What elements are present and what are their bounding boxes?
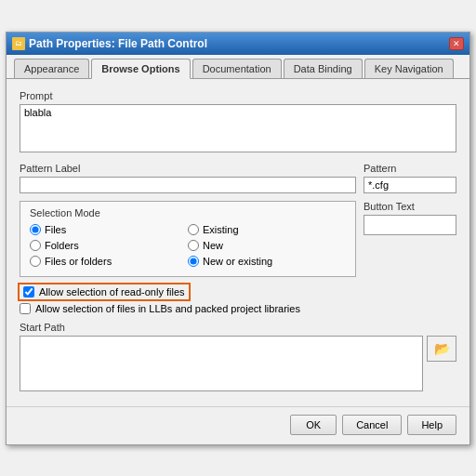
pattern-label-label: Pattern Label — [20, 163, 356, 174]
help-button[interactable]: Help — [407, 415, 456, 435]
close-button[interactable]: ✕ — [449, 37, 464, 50]
tab-documentation[interactable]: Documentation — [192, 59, 282, 78]
tab-browse-options[interactable]: Browse Options — [91, 59, 190, 79]
bottom-buttons: OK Cancel Help — [7, 406, 469, 444]
selection-mode-title: Selection Mode — [30, 207, 346, 218]
start-path-input[interactable] — [20, 336, 423, 391]
radio-existing-label: Existing — [203, 224, 239, 235]
radio-new-or-existing-label: New or existing — [203, 256, 272, 267]
radio-files-label: Files — [45, 224, 66, 235]
radio-col-left: Files Folders Files or folders — [30, 224, 188, 267]
pattern-label-input[interactable] — [20, 177, 356, 193]
content-area: Prompt blabla Pattern Label Pattern Sele… — [7, 79, 469, 401]
radio-row: Files Folders Files or folders — [30, 224, 346, 267]
radio-new-label: New — [203, 240, 223, 251]
checkbox-llbs[interactable]: Allow selection of files in LLBs and pac… — [20, 303, 456, 314]
checkbox-readonly-files[interactable]: Allow selection of read-only files — [20, 284, 189, 299]
window-icon: 🗂 — [12, 37, 25, 50]
pattern-group: Pattern — [364, 163, 456, 193]
main-window: 🗂 Path Properties: File Path Control ✕ A… — [6, 32, 470, 445]
button-text-box: Button Text — [364, 201, 456, 277]
radio-existing-input[interactable] — [188, 224, 199, 235]
selection-button-row: Selection Mode Files Folders — [20, 201, 456, 277]
pattern-label-text: Pattern — [364, 163, 456, 174]
radio-files-or-folders-input[interactable] — [30, 256, 41, 267]
tab-data-binding[interactable]: Data Binding — [284, 59, 363, 78]
radio-folders-input[interactable] — [30, 240, 41, 251]
checkbox-llbs-label: Allow selection of files in LLBs and pac… — [35, 303, 300, 314]
title-bar-left: 🗂 Path Properties: File Path Control — [12, 37, 207, 50]
start-path-label: Start Path — [20, 322, 456, 333]
folder-icon: 📂 — [434, 341, 450, 356]
selection-mode-box: Selection Mode Files Folders — [20, 201, 356, 277]
pattern-label-group: Pattern Label — [20, 163, 356, 193]
pattern-input[interactable] — [364, 177, 456, 193]
radio-new-or-existing-input[interactable] — [188, 256, 199, 267]
checkbox-readonly-files-input[interactable] — [23, 286, 34, 298]
ok-button[interactable]: OK — [290, 415, 337, 435]
pattern-row: Pattern Label Pattern — [20, 163, 456, 193]
radio-new-or-existing[interactable]: New or existing — [188, 256, 346, 267]
radio-files-input[interactable] — [30, 224, 41, 235]
radio-existing[interactable]: Existing — [188, 224, 346, 235]
radio-col-right: Existing New New or existing — [188, 224, 346, 267]
title-controls: ✕ — [449, 37, 464, 50]
folder-browse-button[interactable]: 📂 — [427, 336, 456, 362]
tab-key-navigation[interactable]: Key Navigation — [364, 59, 454, 78]
radio-new[interactable]: New — [188, 240, 346, 251]
prompt-input[interactable]: blabla — [20, 104, 456, 152]
checkbox-readonly-files-label: Allow selection of read-only files — [39, 286, 185, 298]
checkbox-llbs-input[interactable] — [20, 303, 31, 314]
radio-files-or-folders[interactable]: Files or folders — [30, 256, 188, 267]
button-text-input[interactable] — [364, 215, 456, 235]
start-path-section: Start Path 📂 — [20, 322, 456, 391]
prompt-label: Prompt — [20, 90, 456, 101]
start-path-row: 📂 — [20, 336, 456, 391]
button-text-label: Button Text — [364, 201, 456, 212]
radio-folders[interactable]: Folders — [30, 240, 188, 251]
radio-files-or-folders-label: Files or folders — [45, 256, 112, 267]
radio-folders-label: Folders — [45, 240, 79, 251]
radio-files[interactable]: Files — [30, 224, 188, 235]
radio-new-input[interactable] — [188, 240, 199, 251]
window-title: Path Properties: File Path Control — [29, 37, 207, 50]
tab-bar: Appearance Browse Options Documentation … — [7, 55, 469, 79]
tab-appearance[interactable]: Appearance — [14, 59, 89, 78]
title-bar: 🗂 Path Properties: File Path Control ✕ — [7, 33, 469, 55]
checkbox-section: Allow selection of read-only files Allow… — [20, 284, 456, 314]
cancel-button[interactable]: Cancel — [342, 415, 402, 435]
